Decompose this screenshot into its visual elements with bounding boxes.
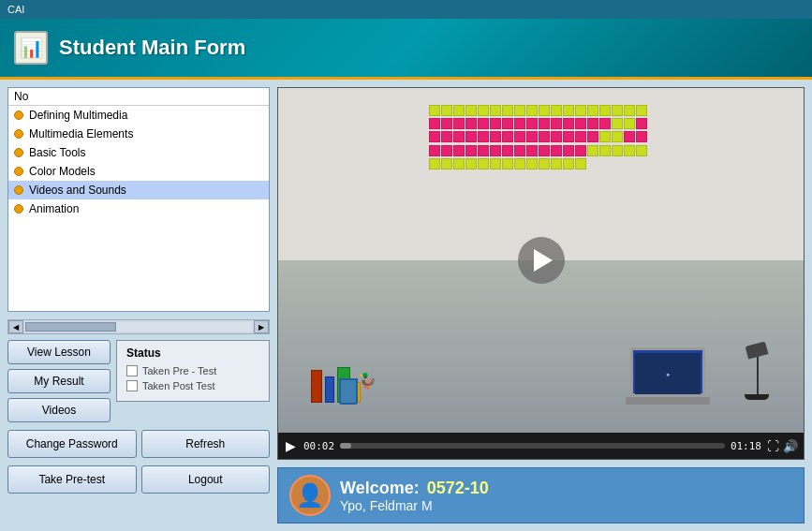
list-item-label: Color Models: [29, 165, 96, 178]
video-controls: ▶ 00:02 01:18 ⛶ 🔊: [278, 433, 804, 459]
sticky-note: [526, 105, 538, 116]
sticky-note: [502, 131, 513, 142]
list-item[interactable]: Basic Tools: [8, 143, 269, 162]
sticky-note: [514, 131, 525, 142]
sticky-note: [465, 158, 477, 170]
logout-button[interactable]: Logout: [141, 465, 271, 494]
scroll-track[interactable]: [25, 322, 252, 332]
laptop: ●: [630, 347, 710, 405]
sticky-note: [465, 105, 477, 116]
bottom-buttons: Change Password Refresh: [7, 430, 270, 458]
sticky-note: [502, 105, 513, 116]
play-triangle-icon: [534, 249, 553, 272]
sticky-note: [526, 145, 538, 156]
post-test-checkbox[interactable]: [126, 380, 138, 391]
horizontal-scrollbar[interactable]: ◀ ▶: [7, 319, 270, 334]
sticky-note: [624, 145, 635, 156]
sticky-note: [587, 105, 598, 116]
video-container: ● 🦆: [277, 87, 805, 460]
sticky-note: [636, 105, 647, 116]
play-pause-button[interactable]: ▶: [284, 438, 298, 453]
my-result-button[interactable]: My Result: [7, 369, 111, 393]
sticky-note: [636, 118, 647, 129]
sticky-note: [612, 131, 623, 142]
sticky-note: [429, 145, 440, 156]
refresh-button[interactable]: Refresh: [141, 430, 271, 458]
left-panel: No Defining Multimedia Multimedia Elemen…: [7, 87, 270, 524]
sticky-note: [526, 118, 538, 129]
sticky-note: [563, 158, 574, 170]
view-lesson-button[interactable]: View Lesson: [7, 340, 111, 364]
sticky-note: [453, 131, 465, 142]
sticky-note: [514, 145, 525, 156]
list-item-label: Animation: [29, 202, 79, 215]
sticky-note: [575, 131, 586, 142]
sticky-note: [441, 105, 452, 116]
sticky-note: [502, 145, 513, 156]
sticky-note: [465, 131, 477, 142]
sticky-note: [465, 118, 477, 129]
scroll-left-btn[interactable]: ◀: [8, 320, 23, 333]
welcome-line-1: Welcome: 0572-10: [340, 479, 489, 498]
list-item[interactable]: Multimedia Elements: [8, 125, 269, 143]
fullscreen-icon[interactable]: ⛶: [767, 439, 779, 453]
scroll-right-btn[interactable]: ▶: [254, 320, 269, 333]
sticky-note: [453, 118, 465, 129]
sticky-note: [624, 105, 635, 116]
welcome-text-area: Welcome: 0572-10 Ypo, Feldmar M: [340, 479, 489, 513]
list-item-label: Videos and Sounds: [29, 184, 126, 197]
play-button-overlay[interactable]: [518, 237, 565, 284]
volume-icon[interactable]: 🔊: [783, 439, 798, 453]
video-progress-bar[interactable]: [340, 443, 725, 449]
sticky-note: [624, 118, 635, 129]
sticky-note: [599, 118, 611, 129]
sticky-note: [612, 145, 623, 156]
sticky-note: [478, 145, 489, 156]
video-frame: ● 🦆: [278, 88, 804, 433]
sticky-note: [490, 145, 501, 156]
sticky-note: [636, 131, 647, 142]
right-panel: ● 🦆: [277, 87, 805, 524]
sticky-note: [599, 145, 611, 156]
video-control-icons: ⛶ 🔊: [767, 439, 798, 453]
sticky-note: [575, 145, 586, 156]
title-bar-text: CAI: [7, 4, 24, 15]
videos-button[interactable]: Videos: [7, 398, 111, 422]
sticky-note: [490, 158, 501, 170]
pre-test-checkbox[interactable]: [126, 365, 138, 376]
list-item[interactable]: Color Models: [8, 162, 269, 181]
sticky-note: [465, 145, 477, 156]
sticky-note: [539, 105, 550, 116]
sticky-note: [502, 118, 513, 129]
welcome-user-id: 0572-10: [427, 479, 489, 498]
sticky-note: [575, 105, 586, 116]
pencil-holder: [339, 378, 358, 405]
sticky-note: [624, 131, 635, 142]
list-dot: [14, 185, 23, 195]
header-title: Student Main Form: [59, 36, 245, 60]
avatar-image: 👤: [296, 482, 324, 509]
list-dot: [14, 148, 23, 157]
sticky-note: [490, 105, 501, 116]
sticky-note: [563, 145, 574, 156]
list-item[interactable]: Defining Multimedia: [8, 106, 269, 125]
status-title: Status: [126, 347, 259, 360]
sticky-note: [587, 131, 598, 142]
scroll-thumb[interactable]: [25, 322, 116, 332]
lesson-list-box[interactable]: No Defining Multimedia Multimedia Elemen…: [7, 87, 270, 312]
list-item-selected[interactable]: Videos and Sounds: [8, 181, 269, 199]
sticky-note: [429, 118, 440, 129]
sticky-note: [563, 118, 574, 129]
sticky-note: [551, 158, 562, 170]
sticky-note: [429, 131, 440, 142]
sticky-note: [441, 145, 452, 156]
sticky-note: [551, 118, 562, 129]
list-item[interactable]: Animation: [8, 199, 269, 218]
change-password-button[interactable]: Change Password: [7, 430, 137, 458]
main-content: No Defining Multimedia Multimedia Elemen…: [0, 80, 812, 531]
take-pretest-button[interactable]: Take Pre-test: [7, 465, 137, 494]
sticky-note: [453, 105, 465, 116]
desk: [278, 260, 804, 433]
sticky-note: [490, 118, 501, 129]
sticky-note: [514, 105, 525, 116]
